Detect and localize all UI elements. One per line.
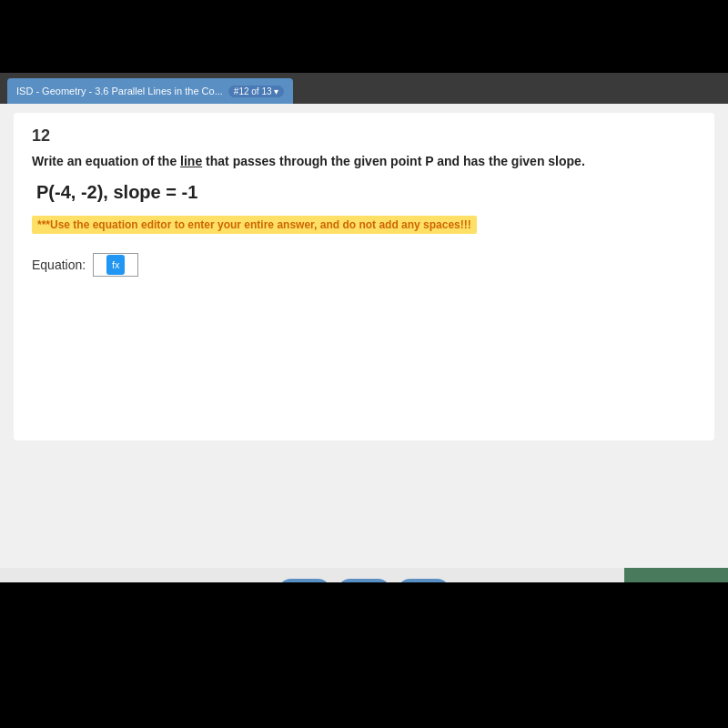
black-bottom-bar — [0, 582, 728, 728]
question-text: Write an equation of the line that passe… — [32, 153, 696, 171]
browser-tab[interactable]: ISD - Geometry - 3.6 Parallel Lines in t… — [7, 78, 293, 104]
black-top-bar — [0, 0, 728, 73]
question-container: 12 Write an equation of the line that pa… — [14, 113, 714, 440]
equation-input-box: fx — [93, 253, 138, 277]
content-area: 12 Write an equation of the line that pa… — [0, 104, 728, 568]
tab-bar: ISD - Geometry - 3.6 Parallel Lines in t… — [0, 73, 728, 104]
equation-editor-icon: fx — [112, 259, 120, 270]
equation-label: Equation: — [32, 258, 86, 272]
equation-row: Equation: fx — [32, 253, 696, 277]
tab-label: ISD - Geometry - 3.6 Parallel Lines in t… — [16, 86, 223, 96]
warning-text: ***Use the equation editor to enter your… — [32, 216, 477, 234]
screen: ISD - Geometry - 3.6 Parallel Lines in t… — [0, 73, 728, 655]
tab-badge[interactable]: #12 of 13 ▾ — [228, 86, 284, 97]
equation-editor-button[interactable]: fx — [106, 255, 126, 275]
question-number: 12 — [32, 126, 696, 146]
math-expression: P(-4, -2), slope = -1 — [32, 182, 696, 203]
